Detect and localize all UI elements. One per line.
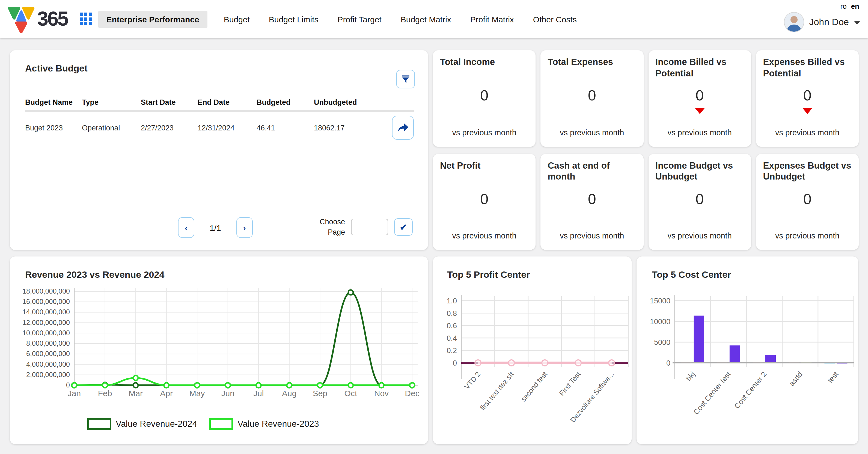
kpi-card-expenses-budget-vs-unbudget: Expenses Budget vs Unbudget0vs previous …	[756, 154, 859, 250]
svg-text:0.8: 0.8	[446, 310, 457, 318]
svg-text:0: 0	[66, 381, 70, 389]
svg-text:Mar: Mar	[129, 389, 143, 398]
svg-text:14,000,000,000: 14,000,000,000	[22, 308, 70, 316]
svg-text:VTD 2: VTD 2	[463, 370, 482, 391]
column-header-budgeted: Budgeted	[256, 95, 314, 110]
user-avatar	[784, 12, 804, 32]
cell-end-date: 12/31/2024	[197, 124, 256, 132]
legend-swatch	[209, 418, 233, 430]
svg-text:4,000,000,000: 4,000,000,000	[26, 360, 70, 368]
svg-text:first test dez sft: first test dez sft	[478, 370, 516, 412]
user-avatar-image	[784, 12, 804, 32]
svg-text:bkj: bkj	[684, 370, 696, 383]
kpi-card-total-income: Total Income0vs previous month	[433, 50, 536, 147]
svg-text:Cost Center 2: Cost Center 2	[733, 370, 768, 410]
svg-text:2,000,000,000: 2,000,000,000	[26, 371, 70, 379]
svg-text:6,000,000,000: 6,000,000,000	[26, 350, 70, 357]
legend-label: Value Revenue-2023	[238, 419, 319, 429]
filter-button[interactable]	[396, 70, 415, 88]
next-page-button[interactable]: ›	[237, 217, 253, 238]
svg-text:asdd: asdd	[787, 370, 804, 388]
cell-budgeted: 46.41	[256, 124, 314, 132]
kpi-note: vs previous month	[648, 231, 751, 240]
kpi-card-expenses-billed-vs-potential: Expenses Billed vs Potential0vs previous…	[756, 50, 859, 147]
share-arrow-icon	[397, 122, 409, 133]
table-header-row: Budget NameTypeStart DateEnd DateBudgete…	[25, 95, 414, 112]
svg-text:Jul: Jul	[253, 389, 264, 398]
chart-legend: Value Revenue-2024Value Revenue-2023	[87, 418, 319, 430]
cost-center-card: Top 5 Cost Center 050001000015000bkjCost…	[637, 256, 858, 444]
kpi-title: Income Billed vs Potential	[655, 56, 747, 79]
legend-swatch	[87, 418, 112, 430]
svg-text:0: 0	[453, 359, 457, 367]
svg-text:Jan: Jan	[68, 389, 81, 398]
kpi-note: vs previous month	[756, 128, 859, 137]
kpi-title: Expenses Budget vs Unbudget	[763, 160, 855, 182]
svg-text:Aug: Aug	[282, 389, 297, 398]
active-budget-card: Active Budget Budget NameTypeStart DateE…	[10, 50, 428, 250]
legend-label: Value Revenue-2024	[116, 419, 197, 429]
nav-item-other-costs[interactable]: Other Costs	[533, 14, 577, 24]
column-header-start-date: Start Date	[141, 95, 197, 110]
svg-text:First Test: First Test	[558, 370, 583, 397]
svg-text:Dec: Dec	[405, 389, 419, 398]
trend-down-icon	[695, 108, 705, 114]
cell-start-date: 2/27/2023	[141, 124, 197, 132]
svg-text:12,000,000,000: 12,000,000,000	[22, 319, 70, 326]
kpi-card-income-billed-vs-potential: Income Billed vs Potential0vs previous m…	[648, 50, 751, 147]
kpi-value: 0	[648, 191, 751, 207]
kpi-value: 0	[541, 87, 644, 104]
choose-page-input[interactable]	[351, 219, 388, 235]
kpi-value: 0	[756, 87, 859, 104]
kpi-note: vs previous month	[756, 231, 859, 240]
lang-en[interactable]: en	[851, 2, 859, 10]
lang-ro[interactable]: ro	[840, 2, 847, 10]
legend-item: Value Revenue-2023	[209, 418, 319, 430]
open-budget-button[interactable]	[392, 116, 414, 140]
nav-item-profit-matrix[interactable]: Profit Matrix	[470, 14, 514, 24]
nav-item-budget-limits[interactable]: Budget Limits	[269, 14, 318, 24]
svg-text:Sep: Sep	[313, 389, 327, 398]
kpi-title: Expenses Billed vs Potential	[763, 56, 855, 79]
column-header-type: Type	[82, 95, 141, 110]
svg-text:18,000,000,000: 18,000,000,000	[22, 287, 70, 295]
choose-page-group: Choose Page ✔	[311, 217, 413, 238]
nav-item-profit-target[interactable]: Profit Target	[338, 14, 381, 24]
active-app-button[interactable]: Enterprise Performance	[98, 11, 207, 28]
svg-text:Cost Center test: Cost Center test	[692, 370, 733, 416]
nav-item-budget[interactable]: Budget	[224, 14, 250, 24]
pagination: ‹ 1/1 ›	[178, 217, 253, 238]
svg-text:0.6: 0.6	[446, 322, 457, 330]
top-nav-bar: 365 Enterprise Performance BudgetBudget …	[0, 0, 868, 38]
kpi-card-total-expenses: Total Expenses0vs previous month	[541, 50, 644, 147]
cell-type: Operational	[82, 124, 141, 132]
kpi-value: 0	[433, 191, 536, 207]
user-menu[interactable]: John Doe	[784, 12, 860, 32]
revenue-chart-card: Revenue 2023 vs Revenue 2024 02,000,000,…	[10, 256, 428, 444]
svg-text:8,000,000,000: 8,000,000,000	[26, 339, 70, 347]
logo-triangles-icon	[6, 5, 35, 33]
kpi-card-cash-at-end-of-month: Cash at end of month0vs previous month	[541, 154, 644, 250]
cell-unbudgeted: 18062.17	[314, 124, 382, 132]
nav-item-budget-matrix[interactable]: Budget Matrix	[401, 14, 451, 24]
page-indicator: 1/1	[210, 223, 221, 232]
svg-text:Nov: Nov	[374, 389, 389, 398]
apps-grid-icon[interactable]	[80, 12, 93, 26]
kpi-note: vs previous month	[433, 231, 536, 240]
prev-page-button[interactable]: ‹	[178, 217, 194, 238]
user-name: John Doe	[809, 17, 849, 28]
profit-center-title: Top 5 Profit Center	[447, 269, 530, 281]
revenue-chart-title: Revenue 2023 vs Revenue 2024	[25, 269, 164, 281]
kpi-title: Total Expenses	[548, 56, 639, 67]
svg-text:Apr: Apr	[160, 389, 173, 398]
trend-down-icon	[803, 108, 812, 114]
confirm-page-button[interactable]: ✔	[394, 219, 413, 236]
choose-page-label: Choose Page	[311, 217, 345, 238]
language-switcher: roen	[840, 2, 859, 10]
svg-text:second test: second test	[519, 370, 549, 403]
svg-text:0: 0	[666, 359, 671, 367]
dashboard-root: 365 Enterprise Performance BudgetBudget …	[0, 0, 868, 454]
svg-text:15000: 15000	[650, 297, 671, 305]
kpi-note: vs previous month	[541, 231, 644, 240]
filter-icon	[401, 74, 410, 84]
